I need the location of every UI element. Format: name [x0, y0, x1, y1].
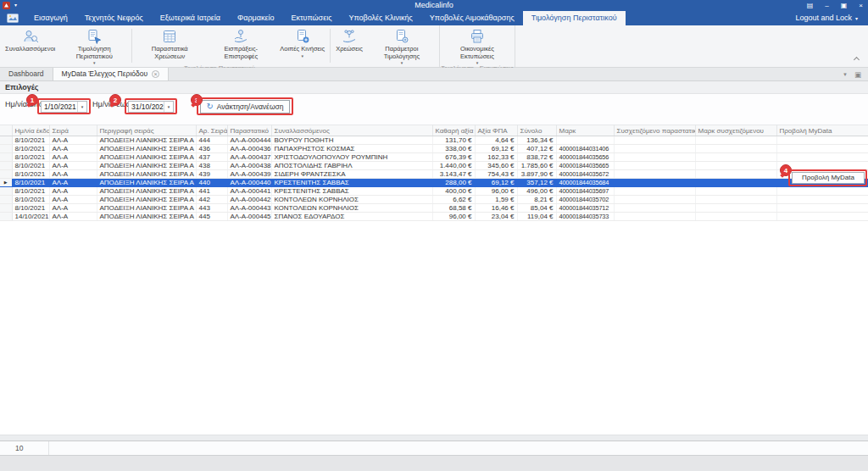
cell: 338,00 € [432, 145, 475, 153]
column-header[interactable]: Περιγραφή σειράς [97, 125, 196, 136]
menubar: ΕισαγωγήΤεχνητός ΝεφρόςΕξωτερικά Ιατρεία… [0, 11, 868, 25]
cell [776, 187, 868, 196]
menu-tab-3[interactable]: Εξωτερικά Ιατρεία [152, 11, 229, 25]
column-header[interactable]: Σειρά [49, 125, 97, 136]
ribbon-group: ΣυναλλασσόμενοιΤιμολόγηση Περιστατικού▾Π… [0, 25, 440, 67]
document-tabstrip: DashboardMyData Έλεγχος Περιόδου× ▼ ▣ [0, 68, 868, 81]
menu-tab-1[interactable]: Εισαγωγή [25, 11, 76, 25]
column-header[interactable]: Μαρκ [556, 125, 614, 136]
menu-tab-6[interactable]: Υποβολές Κλινικής [341, 11, 421, 25]
menu-tab-2[interactable]: Τεχνητός Νεφρός [76, 11, 152, 25]
cell [695, 136, 776, 145]
menu-tab-4[interactable]: Φαρμακείο [229, 11, 282, 25]
column-header[interactable]: Σύνολο [517, 125, 556, 136]
billing-params-icon [393, 27, 410, 45]
table-row[interactable]: 8/10/2021ΑΛ-ΑΑΠΟΔΕΙΞΗ ΛΙΑΝΙΚΗΣ ΣΕΙΡΑ Α44… [0, 187, 868, 196]
row-indicator: ▶ [0, 179, 12, 187]
cell [556, 136, 614, 145]
cell [695, 145, 776, 153]
ribbon-button-label: Εισπράξεις-Επιστροφές [209, 46, 273, 60]
cell: ΑΛ-Α [49, 187, 97, 196]
ribbon-button-label: Παραστατικά Χρεώσεων [137, 46, 202, 60]
collections-button[interactable]: Εισπράξεις-Επιστροφές [205, 27, 276, 60]
cell: ΑΛ-Α-000442 [227, 196, 271, 204]
column-header[interactable]: Μαρκ συσχετιζόμενου [695, 125, 776, 136]
cell: 68,58 € [432, 204, 475, 213]
row-indicator [0, 213, 12, 221]
logout-and-lock-button[interactable]: Logout and Lock▾ [795, 11, 868, 25]
column-header[interactable]: Συσχετιζόμενο παραστατικό [614, 125, 695, 136]
column-header[interactable]: Καθαρή αξία [432, 125, 475, 136]
menu-tab-5[interactable]: Εκτυπώσεις [283, 11, 341, 25]
cell [695, 196, 776, 204]
tab-list-arrow-icon[interactable]: ▼ [843, 72, 848, 77]
app-menu-button[interactable] [0, 11, 25, 25]
column-header[interactable]: Παραστατικό [227, 125, 271, 136]
ribbon-groups: ΣυναλλασσόμενοιΤιμολόγηση Περιστατικού▾Π… [0, 25, 515, 67]
menu-tab-8[interactable]: Τιμολόγηση Περιστατικού [523, 11, 626, 25]
menu-tab-7[interactable]: Υποβολές Αιμοκάθαρσης [421, 11, 523, 25]
table-row[interactable]: 14/10/2021ΑΛ-ΑΑΠΟΔΕΙΞΗ ΛΙΑΝΙΚΗΣ ΣΕΙΡΑ Α4… [0, 213, 868, 221]
cell: 400001844035712 [556, 204, 614, 213]
ribbon-button-label: Λοιπές Κινήσεις [280, 46, 325, 53]
doc-tab-dashboard[interactable]: Dashboard [0, 68, 53, 80]
cell: ΑΠΟΔΕΙΞΗ ΛΙΑΝΙΚΗΣ ΣΕΙΡΑ Α [97, 145, 196, 153]
ribbon-display-options-icon[interactable]: ▤ [807, 0, 814, 11]
table-row[interactable]: 8/10/2021ΑΛ-ΑΑΠΟΔΕΙΞΗ ΛΙΑΝΙΚΗΣ ΣΕΙΡΑ Α43… [0, 145, 868, 153]
other-moves-button[interactable]: Λοιπές Κινήσεις▾ [276, 27, 328, 58]
table-row[interactable]: 8/10/2021ΑΛ-ΑΑΠΟΔΕΙΞΗ ΛΙΑΝΙΚΗΣ ΣΕΙΡΑ Α43… [0, 153, 868, 162]
view-mydata-button[interactable]: Προβολή MyData [792, 172, 865, 184]
minimize-icon[interactable]: – [825, 0, 828, 11]
cell: 8/10/2021 [12, 204, 49, 213]
cell: 442 [196, 196, 227, 204]
row-indicator [0, 204, 12, 213]
cell: ΑΛ-Α-000445 [227, 213, 271, 221]
column-header[interactable]: Αξία ΦΠΑ [475, 125, 517, 136]
cell [614, 153, 695, 162]
clients-button[interactable]: Συναλλασσόμενοι [2, 27, 58, 53]
row-indicator [0, 196, 12, 204]
charges-button[interactable]: Χρεώσεις [332, 27, 366, 53]
tab-window-icon[interactable]: ▣ [854, 70, 861, 79]
horizontal-scrollbar[interactable] [0, 435, 868, 441]
invoice-case-button[interactable]: Τιμολόγηση Περιστατικού▾ [58, 27, 130, 64]
cell [614, 145, 695, 153]
financial-prints-button[interactable]: Οικονομικές Εκτυπώσεις▾ [442, 27, 513, 64]
column-header[interactable]: Προβολή MyData [776, 125, 868, 136]
cell: 400001844035665 [556, 162, 614, 170]
financial-prints-icon [469, 27, 486, 45]
cell [776, 153, 868, 162]
charge-docs-button[interactable]: Παραστατικά Χρεώσεων [134, 27, 205, 60]
column-header[interactable]: Αρ. Σειράς [196, 125, 227, 136]
cell: ΑΠΟΔΕΙΞΗ ΛΙΑΝΙΚΗΣ ΣΕΙΡΑ Α [97, 170, 196, 179]
cell: ΧΡΙΣΤΟΔΟΥΛΟΠΟΥΛΟΥ ΡΟΥΜΠΙΝΗ [271, 153, 432, 162]
column-header[interactable]: Συναλλασσόμενος [271, 125, 432, 136]
table-row[interactable]: 8/10/2021ΑΛ-ΑΑΠΟΔΕΙΞΗ ΛΙΑΝΙΚΗΣ ΣΕΙΡΑ Α44… [0, 136, 868, 145]
doc-tab-mydata[interactable]: MyData Έλεγχος Περιόδου× [53, 68, 170, 80]
cell: 400001844035684 [556, 179, 614, 187]
table-row[interactable]: ▶8/10/2021ΑΛ-ΑΑΠΟΔΕΙΞΗ ΛΙΑΝΙΚΗΣ ΣΕΙΡΑ Α4… [0, 179, 868, 187]
cell: 407,12 € [517, 145, 556, 153]
application-window: ▾ Medicalinfo ▤ – ▣ × ΕισαγωγήΤεχνητός Ν… [0, 0, 868, 471]
cell: 676,39 € [432, 153, 475, 162]
cell: ΑΛ-Α-000436 [227, 145, 271, 153]
app-menu-icon [7, 14, 19, 23]
cell: 1.785,60 € [517, 162, 556, 170]
restore-icon[interactable]: ▣ [841, 0, 848, 11]
collapse-ribbon-button[interactable] [854, 58, 860, 63]
ribbon-separator [131, 29, 132, 63]
table-row[interactable]: 8/10/2021ΑΛ-ΑΑΠΟΔΕΙΞΗ ΛΙΑΝΙΚΗΣ ΣΕΙΡΑ Α44… [0, 204, 868, 213]
cell: 496,00 € [517, 187, 556, 196]
tab-close-icon[interactable]: × [152, 70, 159, 78]
column-header[interactable]: Ημ/νία έκδοσης [12, 125, 49, 136]
annotation-step-1: 1 [26, 94, 38, 106]
cell [695, 213, 776, 221]
cell: 162,33 € [475, 153, 517, 162]
close-icon[interactable]: × [859, 0, 863, 11]
table-row[interactable]: 8/10/2021ΑΛ-ΑΑΠΟΔΕΙΞΗ ΛΙΑΝΙΚΗΣ ΣΕΙΡΑ Α43… [0, 170, 868, 179]
cell: ΑΠΟΔΕΙΞΗ ΛΙΑΝΙΚΗΣ ΣΕΙΡΑ Α [97, 196, 196, 204]
table-row[interactable]: 8/10/2021ΑΛ-ΑΑΠΟΔΕΙΞΗ ΛΙΑΝΙΚΗΣ ΣΕΙΡΑ Α44… [0, 196, 868, 204]
table-row[interactable]: 8/10/2021ΑΛ-ΑΑΠΟΔΕΙΞΗ ΛΙΑΝΙΚΗΣ ΣΕΙΡΑ Α43… [0, 162, 868, 170]
cell: ΑΠΟΔΕΙΞΗ ΛΙΑΝΙΚΗΣ ΣΕΙΡΑ Α [97, 162, 196, 170]
billing-params-button[interactable]: Παράμετροι Τιμολόγησης▾ [366, 27, 437, 64]
